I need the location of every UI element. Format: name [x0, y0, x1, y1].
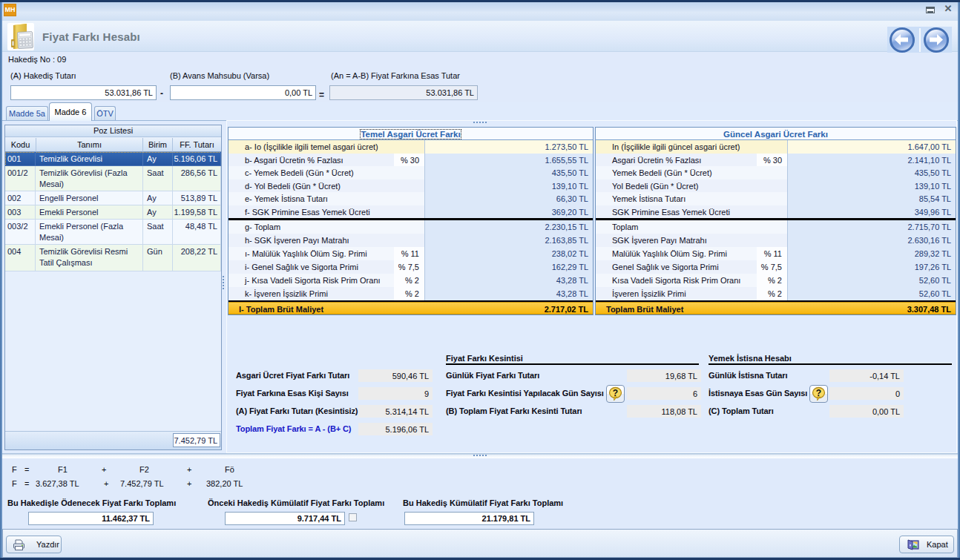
svg-text:?: ?	[613, 388, 618, 398]
svg-text:?: ?	[816, 388, 821, 398]
